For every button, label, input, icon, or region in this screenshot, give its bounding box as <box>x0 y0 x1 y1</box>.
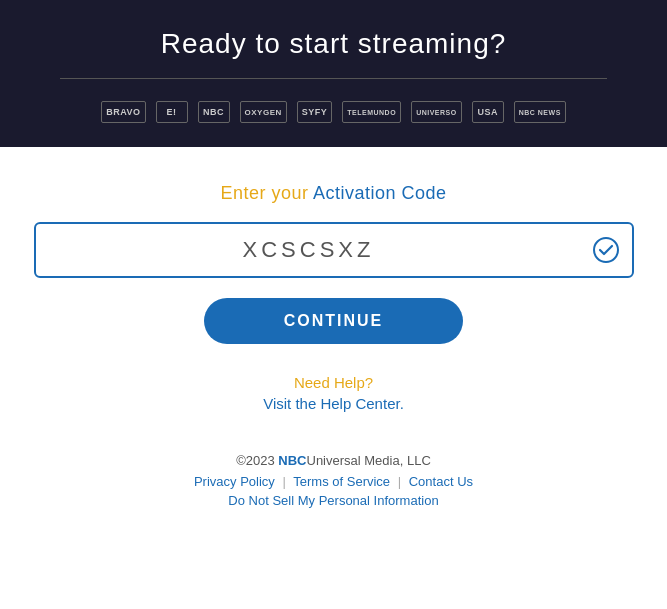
do-not-sell-link[interactable]: Do Not Sell My Personal Information <box>228 493 438 508</box>
main-section: Enter your Activation Code CONTINUE Need… <box>0 147 667 528</box>
terms-of-service-link[interactable]: Terms of Service <box>293 474 390 489</box>
footer-section: ©2023 NBCUniversal Media, LLC Privacy Po… <box>194 453 473 508</box>
separator-2: | <box>398 474 401 489</box>
e-logo: E! <box>156 101 188 123</box>
need-help-text: Need Help? <box>263 374 404 391</box>
help-center-link[interactable]: Visit the Help Center. <box>263 395 404 412</box>
activation-label: Enter your Activation Code <box>220 183 446 204</box>
oxygen-logo: oxygen <box>240 101 287 123</box>
activation-label-part2: Activation Code <box>313 183 447 203</box>
activation-code-input[interactable] <box>34 222 634 278</box>
separator-1: | <box>283 474 286 489</box>
usa-logo: usa <box>472 101 504 123</box>
footer-links: Privacy Policy | Terms of Service | Cont… <box>194 474 473 489</box>
telemundo-logo: telemundo <box>342 101 401 123</box>
activation-input-wrapper <box>34 222 634 278</box>
page-title: Ready to start streaming? <box>20 28 647 60</box>
nbc-logo: NBC <box>198 101 230 123</box>
continue-button[interactable]: CONTINUE <box>204 298 464 344</box>
channel-logos: bravo E! NBC oxygen syfy telemundo UNIVE… <box>20 97 647 127</box>
universo-logo: UNIVERSO <box>411 101 462 123</box>
header-section: Ready to start streaming? bravo E! NBC o… <box>0 0 667 147</box>
nbcnews-logo: NBC NEWS <box>514 101 566 123</box>
nbc-brand: NBC <box>278 453 306 468</box>
syfy-logo: syfy <box>297 101 333 123</box>
svg-point-0 <box>594 238 618 262</box>
header-divider <box>60 78 607 79</box>
help-section: Need Help? Visit the Help Center. <box>263 374 404 413</box>
checkmark-icon <box>592 236 620 264</box>
do-not-sell-section: Do Not Sell My Personal Information <box>194 493 473 508</box>
bravo-logo: bravo <box>101 101 145 123</box>
contact-us-link[interactable]: Contact Us <box>409 474 473 489</box>
activation-label-part1: Enter your <box>220 183 313 203</box>
copyright-text: ©2023 NBCUniversal Media, LLC <box>194 453 473 468</box>
privacy-policy-link[interactable]: Privacy Policy <box>194 474 275 489</box>
